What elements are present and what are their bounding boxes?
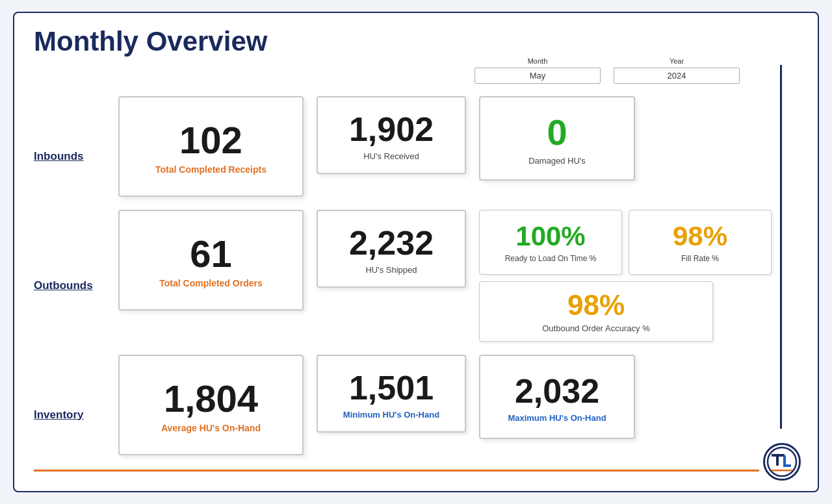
logo-circle [763,443,801,481]
max-hus-label: Maximum HU's On-Hand [508,413,606,423]
fill-rate-card: 98% Fill Rate % [629,210,772,275]
fill-rate-label: Fill Rate % [681,254,719,263]
damaged-hus-label: Damaged HU's [528,156,586,166]
bottom-divider [34,470,759,472]
outbounds-metrics-panel: 100% Ready to Load On Time % 98% Fill Ra… [479,210,772,342]
avg-hus-value: 1,804 [164,380,258,418]
svg-point-0 [768,447,796,476]
outbounds-section-label: Outbounds [34,210,118,355]
ready-to-load-value: 100% [515,223,585,250]
svg-rect-2 [776,454,779,466]
inventory-label: Inventory [34,409,84,422]
order-accuracy-card: 98% Outbound Order Accuracy % [479,281,713,342]
outbounds-metrics-bottom-row: 98% Outbound Order Accuracy % [479,281,772,342]
hus-received-label: HU's Received [363,151,419,161]
year-label: Year [670,57,684,65]
hus-shipped-value: 2,232 [349,226,434,260]
max-hus-value: 2,032 [515,374,599,408]
outbounds-metrics-top-row: 100% Ready to Load On Time % 98% Fill Ra… [479,210,772,275]
total-receipts-value: 102 [179,121,242,159]
svg-rect-4 [783,464,791,467]
svg-rect-5 [772,470,792,472]
logo-area [759,442,805,481]
dashboard: Monthly Overview Month Year Inbounds 102… [13,12,819,492]
hus-received-card: 1,902 HU's Received [317,96,466,174]
total-orders-value: 61 [190,235,232,273]
min-hus-value: 1,501 [349,371,434,405]
outbounds-label: Outbounds [34,279,93,292]
min-hus-label: Minimum HU's On-Hand [343,410,439,420]
inbounds-content: 102 Total Completed Receipts 1,902 HU's … [118,96,798,210]
filters-area: Month Year [474,57,740,84]
month-filter-group: Month [474,57,601,84]
outbounds-content: 61 Total Completed Orders 2,232 HU's Shi… [118,210,798,355]
avg-hus-label: Average HU's On-Hand [161,423,261,433]
total-orders-label: Total Completed Orders [159,278,262,288]
hus-shipped-card: 2,232 HU's Shipped [317,210,466,288]
year-filter-group: Year [614,57,740,84]
fill-rate-value: 98% [673,223,727,250]
min-hus-card: 1,501 Minimum HU's On-Hand [317,355,466,433]
max-hus-card: 2,032 Maximum HU's On-Hand [479,355,635,439]
inbounds-label: Inbounds [34,150,83,163]
hus-shipped-label: HU's Shipped [365,265,417,275]
month-label: Month [528,57,548,65]
total-receipts-label: Total Completed Receipts [155,164,266,175]
ready-to-load-label: Ready to Load On Time % [505,254,597,263]
damaged-hus-value: 0 [547,114,567,151]
year-input[interactable] [614,68,740,84]
vertical-divider [780,65,782,429]
inventory-content: 1,804 Average HU's On-Hand 1,501 Minimum… [118,355,798,468]
page-title: Monthly Overview [34,26,798,57]
total-receipts-card: 102 Total Completed Receipts [118,96,304,197]
order-accuracy-label: Outbound Order Accuracy % [542,323,649,333]
inventory-section-label: Inventory [34,355,118,468]
logo-icon [766,446,798,477]
total-orders-card: 61 Total Completed Orders [118,210,304,310]
inbounds-section-label: Inbounds [34,96,118,210]
order-accuracy-value: 98% [567,291,625,320]
month-input[interactable] [474,68,601,84]
damaged-hus-card: 0 Damaged HU's [479,96,635,181]
main-grid: Inbounds 102 Total Completed Receipts 1,… [34,96,798,468]
ready-to-load-card: 100% Ready to Load On Time % [479,210,622,275]
avg-hus-card: 1,804 Average HU's On-Hand [118,355,304,455]
hus-received-value: 1,902 [349,112,434,146]
